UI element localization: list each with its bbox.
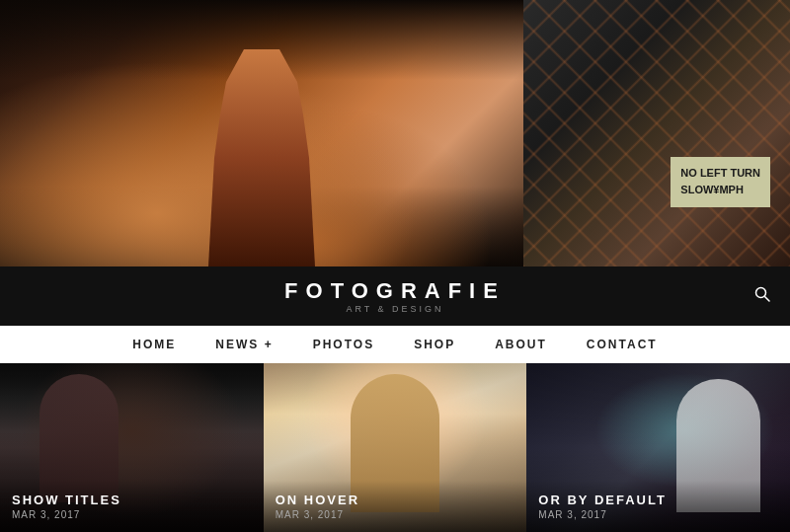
site-title: FOTOGRAFIE <box>284 278 506 304</box>
hero-image-right <box>523 0 790 266</box>
nav-item-contact[interactable]: CONTACT <box>567 326 677 363</box>
svg-line-1 <box>765 297 770 302</box>
hero-section <box>0 0 790 266</box>
portfolio-item-3[interactable]: OR BY DEFAULT MAR 3, 2017 <box>526 363 790 532</box>
portfolio-overlay-1: SHOW TITLES MAR 3, 2017 <box>0 481 264 532</box>
portfolio-item-1[interactable]: SHOW TITLES MAR 3, 2017 <box>0 363 264 532</box>
portfolio-grid: SHOW TITLES MAR 3, 2017 ON HOVER MAR 3, … <box>0 363 790 532</box>
nav-item-about[interactable]: ABOUT <box>475 326 567 363</box>
portfolio-item-2[interactable]: ON HOVER MAR 3, 2017 <box>264 363 527 532</box>
portfolio-overlay-3: OR BY DEFAULT MAR 3, 2017 <box>526 481 790 532</box>
nav-item-home[interactable]: HOME <box>113 326 196 363</box>
site-subtitle: ART & DESIGN <box>284 304 506 314</box>
site-title-block: FOTOGRAFIE ART & DESIGN <box>284 278 506 314</box>
nav-item-news[interactable]: NEWS + <box>196 326 292 363</box>
portfolio-overlay-2: ON HOVER MAR 3, 2017 <box>264 481 527 532</box>
nav-item-shop[interactable]: SHOP <box>394 326 475 363</box>
portfolio-date-2: MAR 3, 2017 <box>276 509 515 520</box>
navigation: HOME NEWS + PHOTOS SHOP ABOUT CONTACT <box>0 326 790 363</box>
hero-image-left <box>0 0 523 266</box>
nav-item-photos[interactable]: PHOTOS <box>293 326 394 363</box>
header-bar: FOTOGRAFIE ART & DESIGN <box>0 266 790 326</box>
portfolio-title-3: OR BY DEFAULT <box>538 493 778 507</box>
portfolio-title-2: ON HOVER <box>276 493 515 507</box>
portfolio-title-1: SHOW TITLES <box>12 493 252 507</box>
search-icon[interactable] <box>754 286 770 306</box>
portfolio-date-1: MAR 3, 2017 <box>12 509 252 520</box>
portfolio-date-3: MAR 3, 2017 <box>538 509 778 520</box>
